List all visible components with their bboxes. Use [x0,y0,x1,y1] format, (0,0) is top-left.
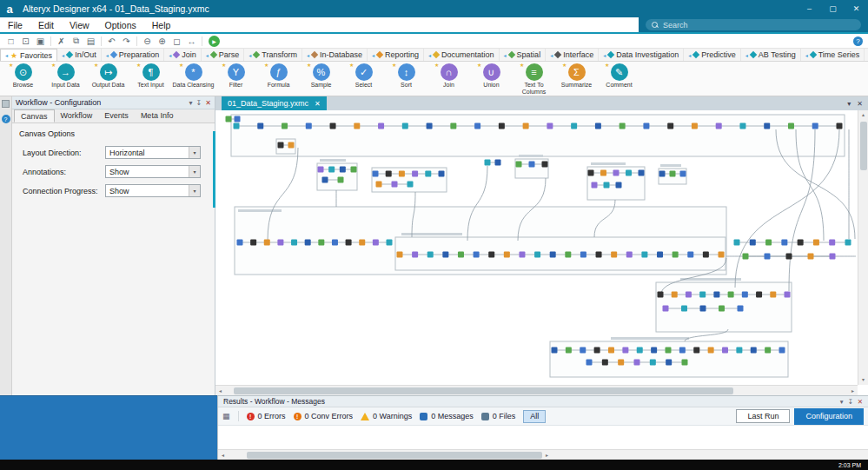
workflow-node[interactable] [666,348,672,354]
workflow-node[interactable] [722,348,728,354]
results-horizontal-scrollbar[interactable]: ◂ ▸ [218,449,868,460]
workflow-node[interactable] [604,182,610,189]
workflow-node[interactable] [634,360,640,366]
palette-tab-in-out[interactable]: ◂In/Out [57,49,102,62]
workflow-node[interactable] [407,182,414,188]
palette-tab-spatial[interactable]: ◂Spatial [500,49,547,62]
pin-icon[interactable]: ↧ [196,99,202,107]
close-button[interactable]: ✕ [845,0,868,17]
workflow-node[interactable] [565,252,571,258]
toolbar-copy-button[interactable]: ⧉ [69,35,83,48]
workflow-node[interactable] [595,123,601,129]
workflow-node[interactable] [402,123,408,129]
workflow-node[interactable] [751,348,757,354]
workflow-node[interactable] [659,171,666,177]
workflow-node[interactable] [594,348,600,354]
toolbar-zoom-out-button[interactable]: ⊖ [140,35,155,48]
chevron-down-icon[interactable]: ▾ [189,99,193,107]
workflow-node[interactable] [523,123,529,129]
tool-data-cleansing[interactable]: ★*Data Cleansing [172,62,215,96]
workflow-node[interactable] [738,306,744,312]
workflow-node[interactable] [637,348,643,354]
palette-tab-ab-testing[interactable]: ◂AB Testing [741,49,801,62]
workflow-node[interactable] [499,123,505,129]
workflow-node[interactable] [626,252,633,258]
search-box[interactable] [646,19,861,30]
toolbar-redo-button[interactable]: ↷ [119,35,134,48]
workflow-node[interactable] [442,252,448,258]
pin-icon[interactable]: ↧ [847,398,852,406]
workflow-node[interactable] [288,142,295,149]
palette-tab-data-investigation[interactable]: ◂Data Investigation [599,49,684,62]
toolbar-new-button[interactable]: □ [3,35,18,48]
workflow-node[interactable] [736,348,742,354]
configuration-button[interactable]: Configuration [794,408,864,425]
palette-tab-reporting[interactable]: ◂Reporting [368,49,424,62]
0-conv-errors-filter[interactable]: !0 Conv Errors [294,412,354,420]
workflow-node[interactable] [808,254,814,260]
0-warnings-filter[interactable]: 0 Warnings [361,412,412,420]
workflow-node[interactable] [237,240,243,246]
workflow-node[interactable] [571,123,577,129]
workflow-node[interactable] [686,292,692,298]
tool-formula[interactable]: ★ƒFormula [257,62,300,96]
minimize-button[interactable]: – [798,0,821,17]
palette-tab-parse[interactable]: ◂Parse [202,49,245,62]
workflow-node[interactable] [427,252,434,258]
toolbar-open-button[interactable]: ⊡ [18,35,33,48]
horizontal-scroll-thumb[interactable] [234,387,733,394]
palette-tab-preparation[interactable]: ◂Preparation [102,49,165,62]
workflow-node[interactable] [264,240,270,246]
workflow-node[interactable] [616,182,622,189]
workflow-node[interactable] [516,162,522,168]
maximize-button[interactable]: ▢ [821,0,845,17]
workflow-node[interactable] [474,123,480,129]
workflow-node[interactable] [580,252,586,258]
workflow-node[interactable] [785,292,791,298]
workflow-node[interactable] [250,240,256,246]
tool-text-input[interactable]: ★¶Text Input [129,62,172,96]
tool-join[interactable]: ★∩Join [427,62,470,96]
scroll-right-icon[interactable]: ▸ [542,452,552,458]
tool-container[interactable] [372,168,447,192]
workflow-node[interactable] [613,170,620,176]
toolbar-cut-button[interactable]: ✗ [54,35,69,48]
workflow-node[interactable] [602,360,608,366]
workflow-node[interactable] [692,123,698,129]
workflow-node[interactable] [234,123,240,129]
workflow-node[interactable] [351,167,357,173]
workflow-node[interactable] [592,182,598,189]
workflow-node[interactable] [359,240,365,246]
workflow-node[interactable] [306,123,312,129]
workflow-node[interactable] [425,171,431,177]
workflow-node[interactable] [651,348,657,354]
toolbar-run-button[interactable]: ▶ [209,36,220,47]
workflow-node[interactable] [641,252,647,258]
0-errors-filter[interactable]: !0 Errors [247,412,286,420]
workflow-node[interactable] [719,306,725,312]
panel-help-icon[interactable]: ? [2,115,10,123]
workflow-node[interactable] [788,123,794,129]
workflow-node[interactable] [700,306,706,312]
workflow-node[interactable] [713,292,719,298]
workflow-node[interactable] [650,360,656,366]
workflow-node[interactable] [412,171,418,177]
chevron-down-icon[interactable]: ▾ [189,185,200,196]
workflow-node[interactable] [618,360,624,366]
tool-input-data[interactable]: ★→Input Data [44,62,87,96]
workflow-node[interactable] [703,252,709,258]
workflow-node[interactable] [373,240,379,246]
menu-file[interactable]: File [0,17,30,32]
tool-select[interactable]: ★✓Select [342,62,385,96]
scroll-left-icon[interactable]: ◂ [215,387,225,394]
layout-direction-select[interactable]: Horizontal▾ [105,146,201,159]
panel-close-icon[interactable]: ✕ [205,99,211,107]
config-tab-meta-info[interactable]: Meta Info [135,109,180,122]
workflow-node[interactable] [666,360,672,366]
workflow-node[interactable] [742,292,748,298]
workflow-node[interactable] [596,252,602,258]
workflow-node[interactable] [687,252,693,258]
workflow-node[interactable] [679,348,686,354]
toolbar-save-button[interactable]: ▣ [33,35,48,48]
palette-tab-in-database[interactable]: ◂In-Database [302,49,368,62]
